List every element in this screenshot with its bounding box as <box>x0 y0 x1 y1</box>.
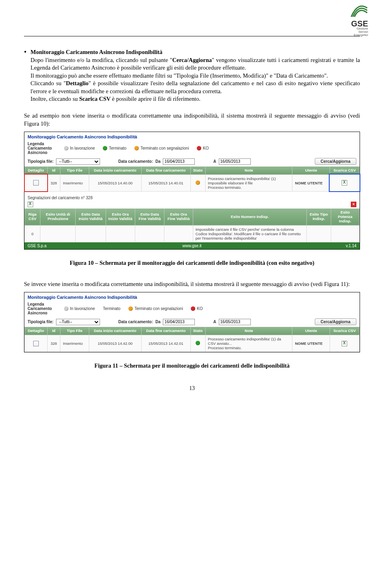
top-rule <box>24 36 360 36</box>
in-lavorazione-icon <box>64 306 68 311</box>
status-icon <box>196 180 200 185</box>
results-table: DettaglioIdTipo File Data inizio caricam… <box>24 166 360 192</box>
segnalazioni-table: Riga CSVEsito Unità di ProduzioneEsito D… <box>24 208 360 242</box>
screenshot-fig11: Monitoraggio Caricamento Asincrono Indis… <box>24 292 360 352</box>
excel-export-icon[interactable] <box>28 202 33 207</box>
tipologia-label: Tipologia file: <box>28 320 54 324</box>
legend-label: Legenda Caricamento Asincrono <box>28 142 62 155</box>
ko-icon <box>191 306 195 311</box>
footer-bar: GSE S.p.awww.gse.itv.1.14 <box>24 242 360 249</box>
segnalazioni-icon <box>128 306 133 311</box>
panel-title: Monitoraggio Caricamento Asincrono Indis… <box>24 292 360 300</box>
legend-label: Legenda Caricamento Asincrono <box>28 302 62 315</box>
excel-icon[interactable] <box>342 180 347 186</box>
ko-icon <box>197 146 201 150</box>
segnalazioni-icon <box>134 146 139 150</box>
in-lavorazione-icon <box>64 146 68 150</box>
panel-title: Monitoraggio Caricamento Asincrono Indis… <box>24 132 360 140</box>
excel-icon[interactable] <box>342 341 347 346</box>
date-to-input[interactable] <box>219 158 251 165</box>
detail-icon[interactable] <box>33 180 39 186</box>
doc-body-2: Se invece viene inserita o modificata co… <box>24 280 360 288</box>
datacar-label: Data caricamento: <box>118 159 153 164</box>
page-number: 13 <box>24 385 360 392</box>
tipologia-label: Tipologia file: <box>28 159 54 164</box>
date-to-input[interactable] <box>219 319 251 325</box>
tipologia-select[interactable]: --Tutti-- <box>56 158 100 165</box>
status-icon <box>196 341 200 345</box>
tipologia-select[interactable]: --Tutti-- <box>56 319 100 325</box>
figure-10-caption: Figura 10 – Schermata per il monitoraggi… <box>24 260 360 266</box>
segnalazioni-title: Segnalazioni del caricamento n° 328 <box>24 192 360 202</box>
results-table: DettaglioIdTipo File Data inizio caricam… <box>24 327 360 352</box>
terminato-icon <box>103 146 107 150</box>
brand-logo: GSE Gestore Servizi Energetici <box>349 3 368 37</box>
screenshot-fig10: Monitoraggio Caricamento Asincrono Indis… <box>24 132 360 250</box>
close-icon[interactable]: × <box>351 202 356 207</box>
datacar-label: Data caricamento: <box>118 320 153 324</box>
doc-body: Monitoraggio Caricamento Asincrono Indis… <box>24 48 360 128</box>
figure-11-caption: Figura 11 – Schermata per il monitoraggi… <box>24 362 360 369</box>
detail-icon[interactable] <box>33 341 39 346</box>
date-from-input[interactable] <box>163 158 195 165</box>
search-button[interactable]: Cerca/Aggiorna <box>315 158 356 165</box>
search-button[interactable]: Cerca/Aggiorna <box>315 318 356 325</box>
date-from-input[interactable] <box>163 319 195 325</box>
